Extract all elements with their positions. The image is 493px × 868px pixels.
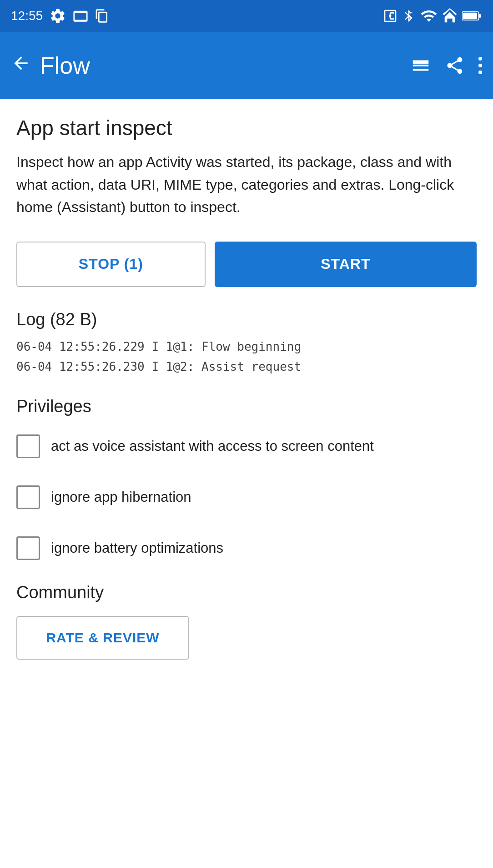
privileges-title: Privileges [16,397,477,416]
dot3 [478,71,482,74]
checkbox-row-3: ignore battery optimizations [16,532,477,565]
stop-button[interactable]: STOP (1) [16,242,206,287]
checkbox-ignore-hibernation[interactable] [16,485,40,509]
menu-icon[interactable] [410,55,431,76]
page-heading: App start inspect [16,116,477,140]
status-bar: 12:55 [0,0,493,32]
checkbox-row-1: act as voice assistant with access to sc… [16,430,477,463]
checkbox-voice-assistant[interactable] [16,434,40,458]
checkbox-label-2: ignore app hibernation [51,489,191,505]
svg-rect-1 [479,14,481,17]
checkbox-row-2: ignore app hibernation [16,481,477,514]
status-left: 12:55 [11,7,109,25]
log-entry-2: 06-04 12:55:26.230 I 1@2: Assist request [16,357,477,377]
nfc-icon [383,7,397,25]
app-title: Flow [40,52,90,79]
start-button[interactable]: START [215,242,477,287]
action-buttons-row: STOP (1) START [16,242,477,287]
app-bar-left: Flow [11,52,90,79]
community-section: Community RATE & REVIEW [16,583,477,660]
share-icon[interactable] [445,56,465,76]
dot1 [478,57,482,61]
copy-icon [95,7,109,25]
checkbox-ignore-battery[interactable] [16,536,40,560]
app-bar: Flow [0,32,493,99]
more-options-button[interactable] [478,57,482,74]
tablet-icon [73,7,88,25]
gear-icon [49,7,66,25]
wifi-icon [420,7,438,25]
svg-rect-2 [463,13,477,20]
log-section: Log (82 B) 06-04 12:55:26.229 I 1@1: Flo… [16,310,477,377]
status-time: 12:55 [11,9,43,23]
bluetooth-icon [402,7,416,25]
page-description: Inspect how an app Activity was started,… [16,151,477,219]
log-entry-1: 06-04 12:55:26.229 I 1@1: Flow beginning [16,337,477,357]
rate-review-button[interactable]: RATE & REVIEW [16,616,189,660]
app-bar-right [410,55,482,76]
log-title: Log (82 B) [16,310,477,329]
status-right [383,7,482,25]
checkbox-label-3: ignore battery optimizations [51,540,223,556]
signal-icon [442,7,458,25]
back-button[interactable] [11,53,31,78]
privileges-section: Privileges act as voice assistant with a… [16,397,477,565]
battery-icon [462,9,482,23]
dot2 [478,64,482,67]
community-title: Community [16,583,477,602]
main-content: App start inspect Inspect how an app Act… [0,99,493,868]
checkbox-label-1: act as voice assistant with access to sc… [51,438,374,454]
